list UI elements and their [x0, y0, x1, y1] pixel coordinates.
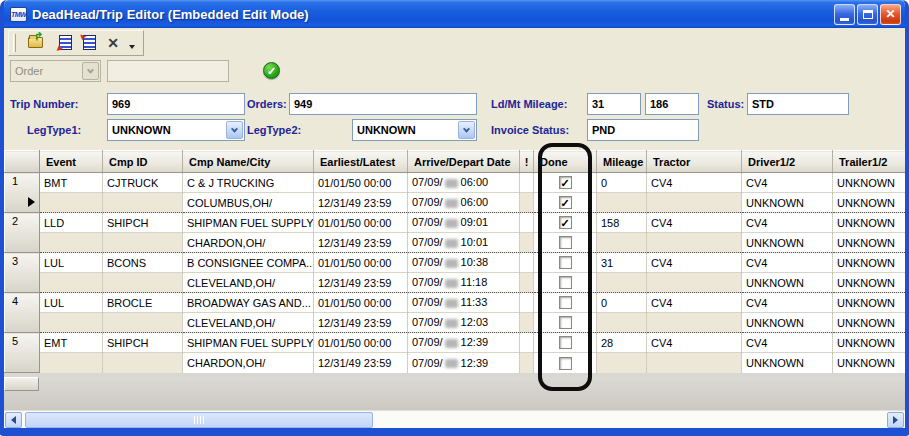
cell-mileage[interactable]: 31 [597, 253, 647, 273]
cell-done[interactable] [534, 333, 597, 353]
cell-tractor-empty[interactable] [647, 273, 742, 293]
cell-done2[interactable] [534, 353, 597, 373]
minimize-button[interactable] [834, 4, 855, 25]
insert-row-after-button[interactable]: ➤ [77, 32, 101, 54]
cell-exclamation[interactable] [520, 333, 534, 353]
cell-cmp-name[interactable]: C & J TRUCKING [183, 173, 314, 193]
cell-event[interactable]: LLD [40, 213, 103, 233]
col-header-tractor[interactable]: Tractor [647, 151, 742, 173]
cell-cmp-name[interactable]: BROADWAY GAS AND... [183, 293, 314, 313]
col-header-cmp-id[interactable]: Cmp ID [103, 151, 183, 173]
done-checkbox[interactable]: ✓ [559, 176, 572, 189]
cell-driver1[interactable]: CV4 [742, 253, 833, 273]
cell-mileage[interactable]: 0 [597, 293, 647, 313]
cell-event[interactable]: LUL [40, 253, 103, 273]
cell-mileage-empty[interactable] [597, 193, 647, 213]
cell-mileage[interactable]: 0 [597, 173, 647, 193]
insert-row-before-button[interactable]: ➤ [53, 32, 77, 54]
cell-event-empty[interactable] [40, 353, 103, 373]
cell-arrive-date[interactable]: 07/09/11:33 [408, 293, 520, 313]
cell-event[interactable]: EMT [40, 333, 103, 353]
cell-cmp-id-empty[interactable] [103, 353, 183, 373]
cell-depart-date[interactable]: 07/09/12:39 [408, 353, 520, 373]
legtype2-dropdown-icon[interactable] [458, 121, 475, 139]
legtype1-dropdown-icon[interactable] [226, 121, 243, 139]
trip-number-field[interactable] [107, 93, 245, 115]
cell-trailer2[interactable]: UNKNOWN [833, 233, 906, 253]
cell-cmp-name[interactable]: SHIPMAN FUEL SUPPLY [183, 213, 314, 233]
cell-exclamation[interactable] [520, 293, 534, 313]
cell-tractor-empty[interactable] [647, 233, 742, 253]
cell-latest[interactable]: 12/31/49 23:59 [314, 353, 408, 373]
scroll-right-button[interactable] [887, 412, 904, 428]
cell-arrive-date[interactable]: 07/09/06:00 [408, 173, 520, 193]
cell-done[interactable]: ✓ [534, 213, 597, 233]
row-header-3[interactable]: 3 [5, 253, 40, 293]
cell-driver1[interactable]: CV4 [742, 173, 833, 193]
cell-city[interactable]: CLEVELAND,OH/ [183, 273, 314, 293]
cell-earliest[interactable]: 01/01/50 00:00 [314, 293, 408, 313]
status-field[interactable] [747, 93, 849, 115]
cell-cmp-id[interactable]: CJTRUCK [103, 173, 183, 193]
cell-mileage[interactable]: 28 [597, 333, 647, 353]
cell-done2[interactable] [534, 273, 597, 293]
cell-cmp-id-empty[interactable] [103, 193, 183, 213]
cell-driver1[interactable]: CV4 [742, 213, 833, 233]
cell-exclamation-empty[interactable] [520, 233, 534, 253]
cell-latest[interactable]: 12/31/49 23:59 [314, 313, 408, 333]
cell-cmp-id[interactable]: BCONS [103, 253, 183, 273]
cell-mileage-empty[interactable] [597, 273, 647, 293]
cell-trailer1[interactable]: UNKNOWN [833, 293, 906, 313]
cell-cmp-name[interactable]: SHIPMAN FUEL SUPPLY [183, 333, 314, 353]
col-header-exclamation[interactable]: ! [520, 151, 534, 173]
cell-tractor[interactable]: CV4 [647, 173, 742, 193]
cell-event-empty[interactable] [40, 273, 103, 293]
cell-trailer1[interactable]: UNKNOWN [833, 333, 906, 353]
invoice-status-field[interactable] [587, 119, 699, 141]
cell-driver1[interactable]: CV4 [742, 293, 833, 313]
cell-driver2[interactable]: UNKNOWN [742, 193, 833, 213]
col-header-earliest-latest[interactable]: Earliest/Latest [314, 151, 408, 173]
col-header-rowhdr[interactable] [5, 151, 40, 173]
cell-city[interactable]: COLUMBUS,OH/ [183, 193, 314, 213]
cell-city[interactable]: CHARDON,OH/ [183, 353, 314, 373]
cell-latest[interactable]: 12/31/49 23:59 [314, 233, 408, 253]
cell-tractor[interactable]: CV4 [647, 333, 742, 353]
done-checkbox[interactable] [559, 256, 572, 269]
cell-cmp-id-empty[interactable] [103, 233, 183, 253]
cell-driver1[interactable]: CV4 [742, 333, 833, 353]
cell-city[interactable]: CHARDON,OH/ [183, 233, 314, 253]
cell-arrive-date[interactable]: 07/09/12:39 [408, 333, 520, 353]
cell-trailer1[interactable]: UNKNOWN [833, 173, 906, 193]
row-header-4[interactable]: 4 [5, 293, 40, 333]
done-checkbox[interactable] [559, 316, 572, 329]
col-header-trailer[interactable]: Trailer1/2 [833, 151, 906, 173]
cell-done[interactable] [534, 253, 597, 273]
maximize-button[interactable] [857, 4, 878, 25]
cell-done[interactable]: ✓ [534, 173, 597, 193]
cell-cmp-id[interactable]: SHIPCH [103, 333, 183, 353]
cell-depart-date[interactable]: 07/09/12:03 [408, 313, 520, 333]
scroll-left-button[interactable] [5, 412, 22, 428]
col-header-mileage[interactable]: Mileage [597, 151, 647, 173]
col-header-driver[interactable]: Driver1/2 [742, 151, 833, 173]
cell-done2[interactable] [534, 233, 597, 253]
cell-city[interactable]: CLEVELAND,OH/ [183, 313, 314, 333]
cell-exclamation-empty[interactable] [520, 193, 534, 213]
cell-latest[interactable]: 12/31/49 23:59 [314, 273, 408, 293]
cell-exclamation[interactable] [520, 213, 534, 233]
cell-depart-date[interactable]: 07/09/11:18 [408, 273, 520, 293]
row-header-2[interactable]: 2 [5, 213, 40, 253]
cell-event-empty[interactable] [40, 193, 103, 213]
cell-tractor[interactable]: CV4 [647, 293, 742, 313]
col-header-done[interactable]: Done [534, 151, 597, 173]
cell-trailer2[interactable]: UNKNOWN [833, 313, 906, 333]
done-checkbox[interactable] [559, 276, 572, 289]
done-checkbox[interactable] [559, 236, 572, 249]
cell-exclamation[interactable] [520, 253, 534, 273]
cell-event-empty[interactable] [40, 233, 103, 253]
cell-exclamation-empty[interactable] [520, 353, 534, 373]
cell-done2[interactable]: ✓ [534, 193, 597, 213]
cell-cmp-id-empty[interactable] [103, 313, 183, 333]
ld-mileage-field[interactable] [587, 93, 641, 115]
